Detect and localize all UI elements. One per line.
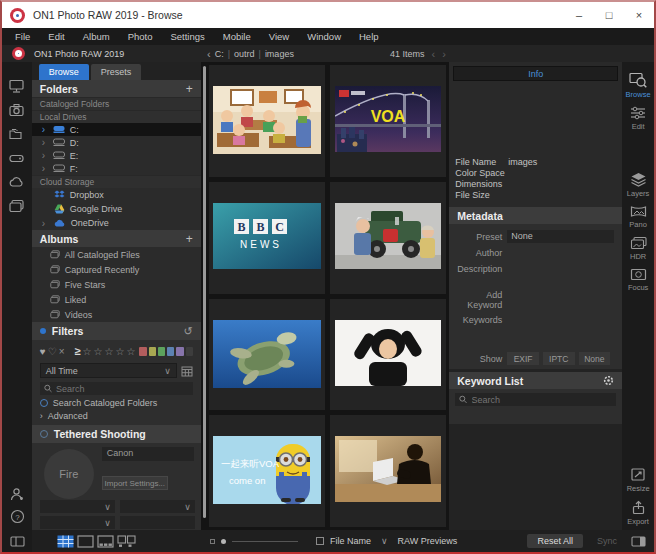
menu-file[interactable]: File (6, 31, 39, 42)
album-five-stars[interactable]: Five Stars (32, 277, 201, 292)
thumbnail-bbc-news[interactable]: BBCNEWS (209, 182, 325, 294)
menu-album[interactable]: Album (74, 31, 119, 42)
expand-icon[interactable]: › (42, 137, 48, 148)
color-chip-purple[interactable] (176, 347, 183, 356)
camera-select[interactable]: Canon (102, 447, 194, 461)
author-field[interactable] (507, 246, 614, 259)
add-keyword-field[interactable] (507, 294, 614, 307)
section-cloud-storage[interactable]: Cloud Storage (32, 175, 201, 188)
color-chip-yellow[interactable] (149, 347, 156, 356)
keyword-search-field[interactable] (455, 393, 616, 406)
cloud-row-google-drive[interactable]: Google Drive (32, 202, 201, 216)
thumbnail-classroom-cartoon[interactable] (209, 65, 325, 177)
label-checkbox[interactable] (316, 537, 324, 545)
keyword-list-header[interactable]: Keyword List (449, 372, 622, 389)
star-2-icon[interactable]: ☆ (94, 346, 103, 357)
tab-browse[interactable]: Browse (39, 64, 89, 80)
color-chip-green[interactable] (158, 347, 165, 356)
reset-all-button[interactable]: Reset All (527, 534, 583, 548)
cloud-row-dropbox[interactable]: Dropbox (32, 188, 201, 202)
cloud-row-onedrive[interactable]: › OneDrive (32, 216, 201, 230)
grid-view-icon[interactable] (57, 535, 74, 548)
menu-view[interactable]: View (260, 31, 298, 42)
module-focus[interactable]: Focus (628, 268, 648, 292)
description-field[interactable] (507, 262, 614, 275)
grid-scrollbar[interactable] (203, 66, 206, 518)
section-local-drives[interactable]: Local Drives (32, 110, 201, 123)
album-videos[interactable]: Videos (32, 307, 201, 322)
color-chip-gray[interactable] (186, 347, 193, 356)
thumbnail-sea-turtle[interactable] (209, 299, 325, 411)
account-icon[interactable] (9, 487, 25, 502)
sort-by-select[interactable]: File Name (330, 536, 371, 546)
expand-icon[interactable]: › (42, 150, 48, 161)
menu-window[interactable]: Window (298, 31, 350, 42)
tether-dropdown-3[interactable]: ∨ (40, 516, 115, 529)
info-header[interactable]: Info (453, 66, 618, 81)
next-item-icon[interactable]: › (442, 48, 446, 60)
thumb-size-slider-handle[interactable] (221, 539, 226, 544)
keywords-field[interactable] (507, 313, 614, 326)
module-hdr[interactable]: HDR (630, 236, 647, 261)
expand-icon[interactable]: › (42, 124, 48, 135)
import-settings-button[interactable]: Import Settings... (102, 476, 168, 490)
module-edit[interactable]: Edit (630, 106, 646, 131)
show-exif-button[interactable]: EXIF (507, 352, 539, 365)
menu-edit[interactable]: Edit (39, 31, 73, 42)
album-all-cataloged[interactable]: All Cataloged Files (32, 247, 201, 262)
albums-panel-header[interactable]: Albums + (32, 230, 201, 247)
chevron-down-icon[interactable]: ∨ (377, 536, 392, 546)
minimize-button[interactable]: – (564, 2, 594, 28)
close-button[interactable]: × (624, 2, 654, 28)
heart-outline-icon[interactable]: ♡ (48, 346, 57, 357)
thumb-size-slider[interactable] (232, 541, 298, 542)
star-1-icon[interactable]: ☆ (83, 346, 92, 357)
menu-photo[interactable]: Photo (119, 31, 162, 42)
thumbnail-minion-voa[interactable]: 一起来听VOAcome on (209, 415, 325, 527)
toggle-sidebar-icon[interactable] (10, 536, 25, 547)
keyword-search-input[interactable] (472, 395, 613, 405)
folders-panel-header[interactable]: Folders + (32, 80, 201, 97)
heart-filled-icon[interactable]: ♥ (40, 346, 46, 357)
thumbnail-woman-hands-on-head[interactable] (330, 299, 446, 411)
breadcrumb-drive[interactable]: C: (215, 49, 224, 59)
color-chip-blue[interactable] (167, 347, 174, 356)
expand-icon[interactable]: › (42, 163, 48, 174)
breadcrumb-back-icon[interactable]: ‹ (207, 48, 211, 60)
module-layers[interactable]: Layers (627, 172, 650, 198)
module-export[interactable]: Export (627, 500, 649, 526)
reject-icon[interactable]: × (59, 346, 65, 357)
help-icon[interactable]: ? (10, 509, 25, 524)
filters-reset-icon[interactable]: ↺ (184, 325, 193, 338)
add-folder-button[interactable]: + (186, 82, 193, 96)
greater-equal-icon[interactable]: ≥ (75, 345, 81, 357)
drive-row-c[interactable]: › C: (32, 123, 201, 136)
tethered-shooting-header[interactable]: Tethered Shooting (32, 425, 201, 443)
module-browse[interactable]: Browse (626, 72, 651, 99)
filters-search-input[interactable] (56, 384, 189, 394)
drive-icon[interactable] (8, 150, 25, 166)
camera-icon[interactable] (8, 102, 25, 118)
tether-dropdown-2[interactable]: ∨ (120, 500, 195, 513)
tether-dropdown-4[interactable] (120, 516, 195, 529)
star-4-icon[interactable]: ☆ (116, 346, 125, 357)
star-3-icon[interactable]: ☆ (105, 346, 114, 357)
thumbnail-voa-bridge[interactable]: VOA (330, 65, 446, 177)
search-cataloged-toggle[interactable]: Search Cataloged Folders (32, 395, 201, 408)
star-5-icon[interactable]: ☆ (126, 346, 135, 357)
sync-button[interactable]: Sync (597, 536, 617, 546)
fire-button[interactable]: Fire (44, 449, 94, 499)
thumbnail-vintage-car-cartoon[interactable] (330, 182, 446, 294)
folders-icon[interactable] (8, 126, 25, 142)
time-range-select[interactable]: All Time ∨ (40, 363, 177, 378)
photos-icon[interactable] (8, 198, 25, 214)
tab-presets[interactable]: Presets (91, 64, 142, 80)
breadcrumb-subfolder[interactable]: images (265, 49, 294, 59)
drive-row-d[interactable]: › D: (32, 136, 201, 149)
raw-previews-label[interactable]: RAW Previews (398, 536, 458, 546)
add-album-button[interactable]: + (186, 232, 193, 246)
filters-search-field[interactable] (40, 382, 193, 395)
photo-view-icon[interactable] (77, 535, 94, 548)
album-captured-recently[interactable]: Captured Recently (32, 262, 201, 277)
filters-panel-header[interactable]: Filters ↺ (32, 322, 201, 340)
